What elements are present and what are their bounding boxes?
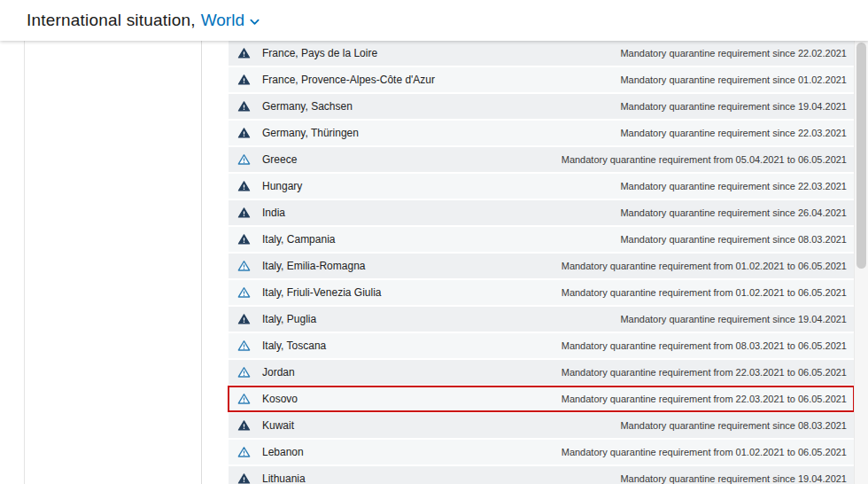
warning-icon (237, 313, 251, 326)
status-text: Mandatory quarantine requirement from 05… (562, 154, 847, 165)
status-text: Mandatory quarantine requirement since 0… (620, 420, 847, 431)
country-name: Italy, Campania (262, 233, 335, 246)
status-text: Mandatory quarantine requirement since 1… (620, 101, 847, 112)
scrollbar[interactable] (854, 41, 868, 484)
list-item[interactable]: Italy, Campania Mandatory quarantine req… (229, 227, 854, 252)
country-name: Italy, Friuli-Venezia Giulia (262, 286, 382, 299)
warning-icon (237, 340, 251, 353)
warning-icon (237, 472, 251, 484)
status-text: Mandatory quarantine requirement since 2… (620, 48, 847, 59)
country-name: Greece (262, 153, 297, 166)
warning-icon (237, 127, 251, 140)
region-selector-label: World (201, 11, 244, 30)
status-text: Mandatory quarantine requirement from 08… (562, 340, 847, 351)
list-item[interactable]: Hungary Mandatory quarantine requirement… (229, 174, 854, 199)
list-item[interactable]: Greece Mandatory quarantine requirement … (229, 147, 854, 172)
list-item[interactable]: Germany, Sachsen Mandatory quarantine re… (229, 94, 854, 119)
list-item[interactable]: Kuwait Mandatory quarantine requirement … (229, 413, 854, 438)
list-item[interactable]: Italy, Friuli-Venezia Giulia Mandatory q… (229, 280, 854, 305)
status-text: Mandatory quarantine requirement from 22… (562, 394, 847, 404)
country-name: Hungary (262, 180, 302, 192)
sidebar-panel (24, 41, 202, 484)
region-selector[interactable]: World (201, 11, 260, 30)
country-name: Jordan (262, 366, 295, 379)
chevron-down-icon (250, 19, 260, 26)
status-text: Mandatory quarantine requirement since 2… (620, 207, 847, 218)
country-name: Kosovo (262, 393, 298, 405)
warning-icon (237, 446, 251, 459)
list-item[interactable]: Jordan Mandatory quarantine requirement … (229, 360, 854, 385)
list-item[interactable]: India Mandatory quarantine requirement s… (229, 200, 854, 225)
country-name: Italy, Puglia (262, 313, 316, 325)
warning-icon (237, 260, 251, 273)
country-name: Kuwait (262, 419, 294, 432)
list-item[interactable]: Italy, Toscana Mandatory quarantine requ… (229, 333, 854, 358)
status-text: Mandatory quarantine requirement since 1… (620, 473, 847, 484)
page-title: International situation, (27, 11, 196, 30)
country-list: France, Pays de la Loire Mandatory quara… (229, 41, 854, 484)
country-name: Lebanon (262, 446, 304, 458)
list-item[interactable]: Lithuania Mandatory quarantine requireme… (229, 466, 854, 484)
list-item[interactable]: Lebanon Mandatory quarantine requirement… (229, 440, 854, 464)
list-item[interactable]: France, Pays de la Loire Mandatory quara… (229, 41, 854, 66)
country-name: France, Provence-Alpes-Côte d'Azur (262, 74, 435, 86)
list-item[interactable]: Italy, Emilia-Romagna Mandatory quaranti… (229, 254, 854, 278)
scrollbar-thumb[interactable] (856, 43, 866, 269)
country-name: Germany, Sachsen (262, 100, 353, 113)
warning-icon (237, 419, 251, 433)
country-name: Lithuania (262, 472, 306, 484)
warning-icon (237, 153, 251, 167)
country-name: India (262, 207, 285, 219)
warning-icon (237, 366, 251, 379)
warning-icon (237, 74, 251, 87)
status-text: Mandatory quarantine requirement from 01… (562, 261, 847, 271)
country-name: Germany, Thüringen (262, 127, 359, 139)
status-text: Mandatory quarantine requirement from 01… (562, 287, 847, 298)
status-text: Mandatory quarantine requirement since 2… (620, 128, 847, 138)
list-item[interactable]: Germany, Thüringen Mandatory quarantine … (229, 121, 854, 145)
warning-icon (237, 207, 251, 220)
page-header: International situation, World (0, 0, 868, 41)
status-text: Mandatory quarantine requirement since 0… (620, 234, 847, 245)
warning-icon (237, 100, 251, 113)
warning-icon (237, 47, 251, 60)
country-name: Italy, Toscana (262, 340, 326, 352)
list-item[interactable]: Italy, Puglia Mandatory quarantine requi… (229, 307, 854, 332)
country-name: Italy, Emilia-Romagna (262, 260, 365, 272)
list-item[interactable]: Kosovo Mandatory quarantine requirement … (229, 386, 854, 411)
warning-icon (237, 393, 251, 406)
country-name: France, Pays de la Loire (262, 47, 377, 59)
warning-icon (237, 233, 251, 246)
status-text: Mandatory quarantine requirement since 0… (620, 74, 847, 85)
status-text: Mandatory quarantine requirement from 01… (562, 447, 847, 457)
status-text: Mandatory quarantine requirement since 2… (620, 181, 847, 191)
warning-icon (237, 180, 251, 193)
warning-icon (237, 286, 251, 300)
status-text: Mandatory quarantine requirement since 1… (620, 314, 847, 324)
status-text: Mandatory quarantine requirement from 22… (562, 367, 847, 378)
list-item[interactable]: France, Provence-Alpes-Côte d'Azur Manda… (229, 67, 854, 92)
